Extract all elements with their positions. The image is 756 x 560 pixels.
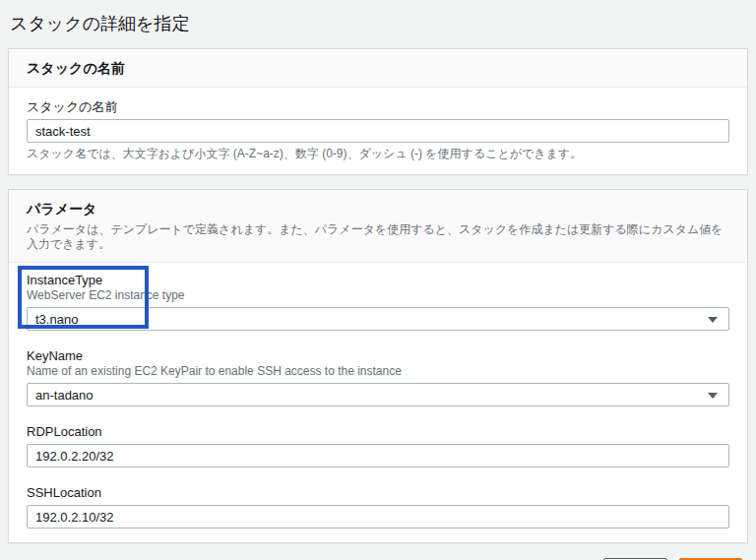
parameters-panel-title: パラメータ: [27, 200, 729, 218]
stack-name-panel-title: スタックの名前: [27, 59, 729, 77]
stack-name-panel-body: スタックの名前 スタック名では、大文字および小文字 (A-Z~a-z)、数字 (…: [9, 88, 747, 174]
parameters-panel-body: InstanceType WebServer EC2 instance type…: [9, 263, 747, 542]
parameters-panel-description: パラメータは、テンプレートで定義されます。また、パラメータを使用すると、スタック…: [27, 222, 729, 252]
caret-down-icon: [708, 317, 718, 323]
caret-down-icon: [708, 393, 718, 399]
key-name-label: KeyName: [27, 348, 729, 363]
stack-name-panel-header: スタックの名前: [9, 49, 747, 88]
instance-type-selected-value: t3.nano: [35, 312, 78, 327]
page-title: スタックの詳細を指定: [10, 12, 748, 35]
ssh-location-input[interactable]: [27, 505, 729, 529]
rdp-location-input[interactable]: [27, 444, 729, 467]
stack-name-panel: スタックの名前 スタックの名前 スタック名では、大文字および小文字 (A-Z~a…: [8, 48, 748, 175]
stack-details-page: スタックの詳細を指定 スタックの名前 スタックの名前 スタック名では、大文字およ…: [0, 0, 756, 560]
key-name-select[interactable]: an-tadano: [27, 383, 729, 406]
rdp-location-field-group: RDPLocation: [27, 424, 729, 467]
instance-type-description: WebServer EC2 instance type: [27, 288, 729, 302]
ssh-location-field-group: SSHLocation: [27, 485, 729, 529]
key-name-description: Name of an existing EC2 KeyPair to enabl…: [27, 364, 729, 378]
ssh-location-label: SSHLocation: [27, 485, 729, 500]
key-name-selected-value: an-tadano: [35, 388, 94, 403]
key-name-field-group: KeyName Name of an existing EC2 KeyPair …: [27, 348, 729, 406]
parameters-panel-header: パラメータ パラメータは、テンプレートで定義されます。また、パラメータを使用する…: [9, 190, 747, 263]
stack-name-input[interactable]: [27, 119, 729, 143]
instance-type-select[interactable]: t3.nano: [27, 307, 729, 331]
stack-name-hint: スタック名では、大文字および小文字 (A-Z~a-z)、数字 (0-9)、ダッシ…: [27, 147, 729, 160]
instance-type-field-group: InstanceType WebServer EC2 instance type…: [27, 273, 729, 331]
parameters-panel: パラメータ パラメータは、テンプレートで定義されます。また、パラメータを使用する…: [8, 189, 748, 543]
stack-name-field-group: スタックの名前 スタック名では、大文字および小文字 (A-Z~a-z)、数字 (…: [27, 99, 729, 160]
instance-type-label: InstanceType: [27, 273, 729, 287]
stack-name-label: スタックの名前: [27, 99, 729, 114]
rdp-location-label: RDPLocation: [27, 424, 729, 439]
